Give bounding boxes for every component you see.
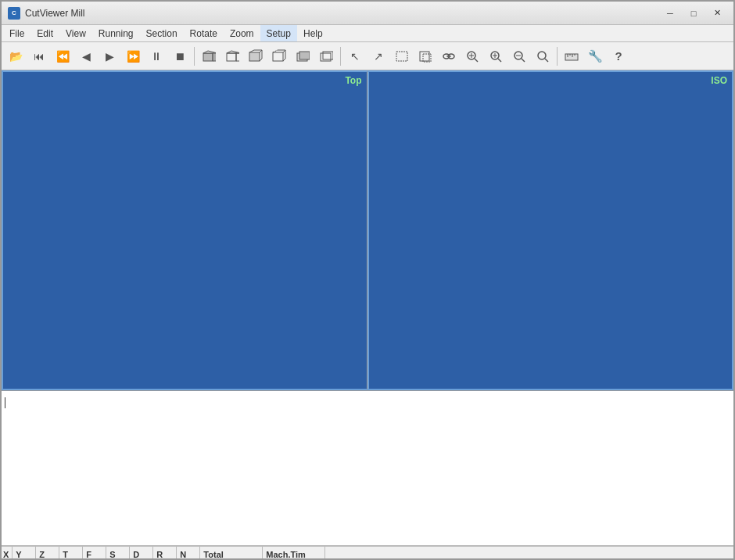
status-machtim-cell: Mach.Tim bbox=[263, 547, 325, 560]
menu-rotate[interactable]: Rotate bbox=[184, 25, 224, 41]
svg-rect-6 bbox=[249, 52, 260, 61]
ruler-button[interactable] bbox=[561, 45, 583, 67]
svg-line-33 bbox=[498, 59, 501, 62]
view-box4-icon bbox=[319, 49, 333, 63]
status-bar: X Y Z T F S D R N Total Mach.Tim bbox=[2, 546, 733, 560]
zoom-out-icon bbox=[512, 49, 526, 63]
window-controls: ─ □ ✕ bbox=[660, 5, 727, 21]
status-machtim-label: Mach.Tim bbox=[266, 550, 306, 559]
status-s-cell: S bbox=[106, 547, 130, 560]
status-f-label: F bbox=[86, 550, 91, 559]
zoom-reset-button[interactable] bbox=[532, 45, 554, 67]
view-box2-button[interactable] bbox=[268, 45, 290, 67]
svg-rect-22 bbox=[396, 52, 407, 61]
zoom-reset-icon bbox=[536, 49, 550, 63]
svg-line-29 bbox=[475, 59, 478, 62]
step-back-button[interactable]: ◀ bbox=[75, 45, 97, 67]
svg-marker-5 bbox=[236, 53, 239, 61]
rect-select-button[interactable] bbox=[391, 45, 413, 67]
status-total-cell: Total bbox=[200, 547, 263, 560]
view-box1-icon bbox=[249, 49, 263, 63]
viewport-top[interactable]: Top bbox=[2, 70, 368, 390]
tool-button[interactable]: 🔧 bbox=[584, 45, 606, 67]
step-end-button[interactable]: ⏩ bbox=[122, 45, 144, 67]
menu-file[interactable]: File bbox=[3, 25, 30, 41]
pause-icon: ⏸ bbox=[151, 50, 162, 63]
link-button[interactable] bbox=[438, 45, 460, 67]
view-box1-button[interactable] bbox=[245, 45, 267, 67]
rect-select2-icon bbox=[418, 49, 432, 63]
menu-view[interactable]: View bbox=[59, 25, 92, 41]
status-x-label: X bbox=[3, 550, 9, 559]
help-button[interactable]: ? bbox=[608, 45, 629, 67]
sep3 bbox=[557, 47, 558, 66]
gcode-panel[interactable] bbox=[2, 391, 733, 546]
cursor-icon: ↖ bbox=[350, 50, 360, 63]
viewport-top-label: Top bbox=[345, 75, 361, 86]
viewport-iso-label: ISO bbox=[711, 75, 727, 86]
sep1 bbox=[194, 47, 195, 66]
close-button[interactable]: ✕ bbox=[707, 5, 727, 21]
menu-section[interactable]: Section bbox=[140, 25, 184, 41]
help-icon: ? bbox=[615, 49, 622, 63]
ruler-icon bbox=[565, 49, 579, 63]
menu-zoom[interactable]: Zoom bbox=[224, 25, 260, 41]
viewport-iso[interactable]: ISO bbox=[368, 70, 734, 390]
view-solid-button[interactable] bbox=[198, 45, 220, 67]
view-wire-button[interactable] bbox=[221, 45, 243, 67]
prev-line-button[interactable]: ⏪ bbox=[52, 45, 74, 67]
svg-rect-41 bbox=[565, 54, 578, 60]
view-box3-button[interactable] bbox=[292, 45, 314, 67]
open-folder-icon: 📂 bbox=[9, 50, 23, 63]
menu-setup[interactable]: Setup bbox=[260, 25, 297, 41]
menu-bar: File Edit View Running Section Rotate Zo… bbox=[2, 25, 733, 42]
view-box4-button[interactable] bbox=[315, 45, 337, 67]
status-z-label: Z bbox=[39, 550, 45, 559]
title-left: C CutViewer Mill bbox=[8, 7, 84, 20]
app-icon: C bbox=[8, 7, 20, 20]
view-box2-icon bbox=[272, 49, 286, 63]
pause-button[interactable]: ⏸ bbox=[145, 45, 167, 67]
status-t-label: T bbox=[63, 550, 68, 559]
step-back-icon: ◀ bbox=[82, 50, 91, 63]
zoom-in-button[interactable] bbox=[485, 45, 507, 67]
stop-button[interactable]: ⏹ bbox=[169, 45, 191, 67]
main-area: Top ISO bbox=[2, 70, 733, 546]
gcode-cursor bbox=[5, 397, 5, 408]
open-file-button[interactable]: 📂 bbox=[5, 45, 27, 67]
svg-line-37 bbox=[522, 59, 525, 62]
rect-select2-button[interactable] bbox=[414, 45, 436, 67]
status-d-label: D bbox=[133, 550, 139, 559]
rewind-button[interactable]: ⏮ bbox=[28, 45, 50, 67]
status-n-cell: N bbox=[177, 547, 200, 560]
cursor-button[interactable]: ↖ bbox=[344, 45, 366, 67]
status-d-cell: D bbox=[130, 547, 153, 560]
zoom-out-button[interactable] bbox=[508, 45, 530, 67]
status-t-cell: T bbox=[59, 547, 83, 560]
sep2 bbox=[340, 47, 341, 66]
step-end-icon: ⏩ bbox=[127, 50, 140, 63]
step-forward-button[interactable]: ▶ bbox=[99, 45, 120, 67]
cursor2-button[interactable]: ↗ bbox=[368, 45, 389, 67]
menu-running[interactable]: Running bbox=[92, 25, 140, 41]
title-bar: C CutViewer Mill ─ □ ✕ bbox=[2, 2, 733, 25]
link-icon bbox=[442, 49, 456, 63]
rect-select-icon bbox=[395, 49, 409, 63]
status-r-label: R bbox=[156, 550, 163, 559]
svg-rect-19 bbox=[299, 52, 310, 59]
view-box3-icon bbox=[296, 49, 310, 63]
minimize-button[interactable]: ─ bbox=[660, 5, 680, 21]
zoom-fit-icon bbox=[465, 49, 479, 63]
status-y-cell: Y bbox=[13, 547, 36, 560]
status-n-label: N bbox=[180, 550, 186, 559]
menu-edit[interactable]: Edit bbox=[30, 25, 59, 41]
status-y-label: Y bbox=[16, 550, 21, 559]
step-forward-icon: ▶ bbox=[106, 50, 114, 63]
maximize-button[interactable]: □ bbox=[683, 5, 704, 21]
status-z-cell: Z bbox=[36, 547, 59, 560]
title-text: CutViewer Mill bbox=[25, 8, 84, 19]
menu-help[interactable]: Help bbox=[297, 25, 329, 41]
rewind-icon: ⏮ bbox=[34, 50, 45, 63]
zoom-fit-button[interactable] bbox=[461, 45, 483, 67]
svg-rect-3 bbox=[227, 53, 236, 61]
